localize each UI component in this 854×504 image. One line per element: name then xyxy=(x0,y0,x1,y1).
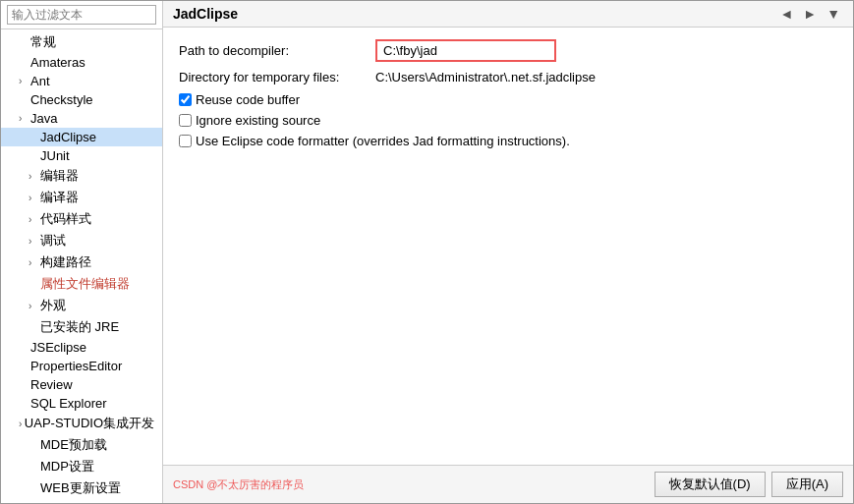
panel-title: JadClipse xyxy=(173,6,238,22)
content-panel: JadClipse ◄ ► ▼ Path to decompiler: Dire… xyxy=(163,1,853,503)
dir-row: Directory for temporary files: C:\Users\… xyxy=(179,70,837,84)
sidebar-item-jre_cn[interactable]: 已安装的 JRE xyxy=(1,316,162,338)
sidebar-item-code_style_cn[interactable]: ›代码样式 xyxy=(1,208,162,230)
watermark-text: CSDN @不太厉害的程序员 xyxy=(173,477,304,492)
chevron-icon: › xyxy=(19,419,23,429)
sidebar-item-label: JadClipse xyxy=(40,130,96,144)
chevron-icon: › xyxy=(28,301,38,311)
sidebar-item-general[interactable]: 常规 xyxy=(1,31,162,53)
chevron-icon: › xyxy=(28,171,38,182)
ignore-source-label[interactable]: Ignore existing source xyxy=(196,113,320,128)
chevron-icon: › xyxy=(28,236,38,247)
sidebar-item-label: 已安装的 JRE xyxy=(40,318,119,336)
sidebar-item-label: 代码样式 xyxy=(40,210,91,228)
sidebar-item-editor_cn[interactable]: ›编辑器 xyxy=(1,165,162,187)
sidebar-item-label: 编译器 xyxy=(40,189,79,206)
sidebar-item-label: 常规 xyxy=(30,33,56,51)
chevron-icon: › xyxy=(19,76,28,86)
sidebar-item-properties_editor[interactable]: PropertiesEditor xyxy=(1,357,162,375)
dir-label: Directory for temporary files: xyxy=(179,70,375,84)
sidebar-item-label: 属性文件编辑器 xyxy=(40,275,130,293)
back-button[interactable]: ◄ xyxy=(776,5,796,23)
chevron-icon: › xyxy=(28,193,38,203)
sidebar-item-label: Java xyxy=(30,111,57,126)
chevron-icon: › xyxy=(28,214,38,225)
use-eclipse-row: Use Eclipse code formatter (overrides Ja… xyxy=(179,134,837,148)
search-input[interactable] xyxy=(7,5,156,25)
sidebar-item-sql_explorer[interactable]: SQL Explorer xyxy=(1,394,162,413)
panel-header: JadClipse ◄ ► ▼ xyxy=(163,1,853,28)
sidebar-item-label: SQL Explorer xyxy=(30,396,107,411)
sidebar-item-debug_cn[interactable]: ›调试 xyxy=(1,230,162,252)
forward-button[interactable]: ► xyxy=(800,5,820,23)
sidebar-item-java[interactable]: ›Java xyxy=(1,109,162,128)
sidebar-item-label: MDE预加载 xyxy=(40,436,107,454)
sidebar-item-amateras[interactable]: Amateras xyxy=(1,53,162,72)
panel-body: Path to decompiler: Directory for tempor… xyxy=(163,28,853,465)
sidebar-item-build_path_cn[interactable]: ›构建路径 xyxy=(1,252,162,273)
sidebar-item-label: PropertiesEditor xyxy=(30,359,122,373)
sidebar-item-ant[interactable]: ›Ant xyxy=(1,72,162,90)
sidebar: 常规 Amateras›Ant Checkstyle›Java JadClips… xyxy=(1,1,163,503)
dir-value: C:\Users\Administrator\.net.sf.jadclipse xyxy=(375,70,596,84)
restore-defaults-button[interactable]: 恢复默认值(D) xyxy=(655,472,766,497)
sidebar-item-jadclipse[interactable]: JadClipse xyxy=(1,128,162,146)
sidebar-item-mdp_settings[interactable]: MDP设置 xyxy=(1,456,162,477)
sidebar-item-web_update[interactable]: WEB更新设置 xyxy=(1,477,162,499)
sidebar-item-label: UAP-STUDIO集成开发 xyxy=(25,415,154,432)
path-row: Path to decompiler: xyxy=(179,39,837,62)
sidebar-item-compiler_cn[interactable]: ›编译器 xyxy=(1,187,162,208)
ignore-source-checkbox[interactable] xyxy=(179,114,192,127)
sidebar-item-label: 外观 xyxy=(40,297,66,314)
apply-button[interactable]: 应用(A) xyxy=(771,472,843,497)
reuse-code-checkbox[interactable] xyxy=(179,93,192,106)
sidebar-item-label: Amateras xyxy=(30,55,85,70)
sidebar-item-prop_editor_cn[interactable]: 属性文件编辑器 xyxy=(1,273,162,295)
bottom-bar: CSDN @不太厉害的程序员 恢复默认值(D) 应用(A) xyxy=(163,465,853,503)
reuse-code-row: Reuse code buffer xyxy=(179,92,837,107)
sidebar-item-review[interactable]: Review xyxy=(1,375,162,394)
sidebar-tree: 常规 Amateras›Ant Checkstyle›Java JadClips… xyxy=(1,29,162,503)
panel-toolbar: ◄ ► ▼ xyxy=(776,5,843,23)
sidebar-item-appearance_cn[interactable]: ›外观 xyxy=(1,295,162,316)
sidebar-item-label: MDP设置 xyxy=(40,458,94,476)
bottom-bar-left: CSDN @不太厉害的程序员 xyxy=(173,477,649,492)
sidebar-item-more_cn[interactable]: 开始设置 xyxy=(1,499,162,503)
use-eclipse-label[interactable]: Use Eclipse code formatter (overrides Ja… xyxy=(196,134,570,148)
sidebar-item-label: 构建路径 xyxy=(40,253,91,271)
sidebar-item-label: Ant xyxy=(30,74,50,88)
chevron-icon: › xyxy=(19,113,28,124)
path-label: Path to decompiler: xyxy=(179,43,375,58)
sidebar-item-junit[interactable]: JUnit xyxy=(1,146,162,165)
reuse-code-label[interactable]: Reuse code buffer xyxy=(196,92,300,107)
sidebar-item-label: WEB更新设置 xyxy=(40,479,121,497)
sidebar-item-uap_studio[interactable]: ›UAP-STUDIO集成开发 xyxy=(1,413,162,434)
sidebar-search-area[interactable] xyxy=(1,1,162,29)
sidebar-item-label: 调试 xyxy=(40,232,66,250)
use-eclipse-checkbox[interactable] xyxy=(179,135,192,147)
chevron-icon: › xyxy=(28,257,38,268)
sidebar-item-mde_preload[interactable]: MDE预加载 xyxy=(1,434,162,456)
path-input[interactable] xyxy=(375,39,556,62)
dropdown-button[interactable]: ▼ xyxy=(824,5,843,23)
ignore-source-row: Ignore existing source xyxy=(179,113,837,128)
sidebar-item-label: Review xyxy=(30,377,73,392)
sidebar-item-label: Checkstyle xyxy=(30,92,93,107)
sidebar-item-label: JUnit xyxy=(40,148,70,163)
sidebar-item-label: 编辑器 xyxy=(40,167,79,185)
sidebar-item-label: JSEclipse xyxy=(30,340,86,355)
sidebar-item-label: 开始设置 xyxy=(40,501,91,503)
sidebar-item-checkstyle[interactable]: Checkstyle xyxy=(1,90,162,109)
sidebar-item-jseclipse[interactable]: JSEclipse xyxy=(1,338,162,357)
